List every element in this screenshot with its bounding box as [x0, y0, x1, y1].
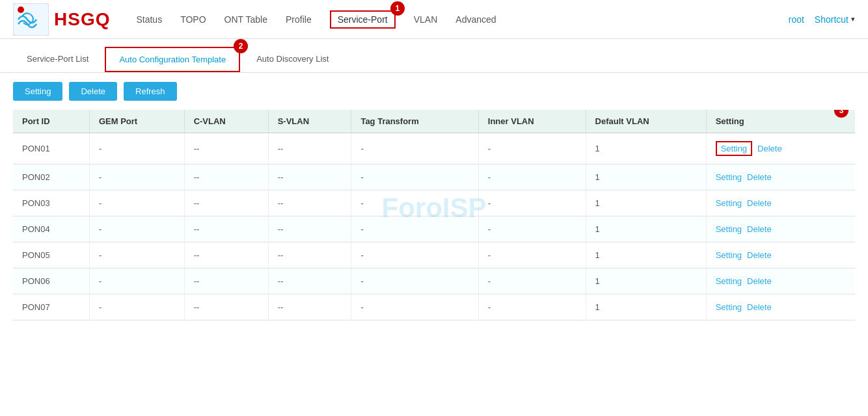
- nav-advanced[interactable]: Advanced: [455, 12, 496, 27]
- cell-tag-transform: -: [351, 164, 478, 190]
- tab-auto-config[interactable]: Auto Configuration Template 2: [105, 47, 240, 72]
- logo-area: HSGQ: [13, 3, 110, 36]
- col-port-id: Port ID: [13, 110, 89, 133]
- delete-button[interactable]: Delete: [69, 82, 117, 101]
- action-setting-link[interactable]: Setting: [716, 198, 742, 208]
- cell-inner-vlan: -: [478, 133, 586, 164]
- cell-default-vlan: 1: [586, 294, 706, 320]
- col-default-vlan: Default VLAN: [586, 110, 706, 133]
- cell-actions: SettingDelete: [706, 133, 855, 164]
- table-row: PON02-------1SettingDelete: [13, 164, 855, 190]
- cell-tag-transform: -: [351, 216, 478, 242]
- table-body: PON01-------1SettingDeletePON02-------1S…: [13, 133, 855, 320]
- action-setting-link[interactable]: Setting: [716, 224, 742, 234]
- col-tag-transform: Tag Transform: [351, 110, 478, 133]
- action-setting-link[interactable]: Setting: [716, 302, 742, 312]
- nav-shortcut[interactable]: Shortcut: [815, 12, 848, 27]
- tabs-bar: Service-Port List Auto Configuration Tem…: [0, 39, 868, 73]
- col-gem-port: GEM Port: [89, 110, 184, 133]
- action-delete-link[interactable]: Delete: [757, 144, 782, 153]
- action-delete-link[interactable]: Delete: [747, 250, 772, 260]
- nav-profile[interactable]: Profile: [286, 12, 312, 27]
- cell-gem-port: -: [89, 164, 184, 190]
- action-setting-link[interactable]: Setting: [716, 141, 752, 156]
- action-delete-link[interactable]: Delete: [747, 224, 772, 234]
- cell-s-vlan: --: [268, 242, 351, 268]
- refresh-button[interactable]: Refresh: [124, 82, 177, 101]
- cell-actions: SettingDelete: [706, 268, 855, 294]
- action-delete-link[interactable]: Delete: [747, 276, 772, 286]
- main-nav: Status TOPO ONT Table Profile Service-Po…: [136, 10, 788, 29]
- cell-c-vlan: --: [184, 190, 268, 216]
- cell-c-vlan: --: [184, 133, 268, 164]
- cell-s-vlan: --: [268, 164, 351, 190]
- cell-c-vlan: --: [184, 216, 268, 242]
- cell-c-vlan: --: [184, 242, 268, 268]
- header: HSGQ Status TOPO ONT Table Profile Servi…: [0, 0, 868, 39]
- cell-default-vlan: 1: [586, 216, 706, 242]
- action-setting-link[interactable]: Setting: [716, 172, 742, 182]
- table-row: PON04-------1SettingDelete: [13, 216, 855, 242]
- cell-tag-transform: -: [351, 190, 478, 216]
- tab-service-port-list[interactable]: Service-Port List: [13, 47, 102, 72]
- logo-text: HSGQ: [54, 9, 110, 30]
- action-setting-link[interactable]: Setting: [716, 250, 742, 260]
- cell-actions: SettingDelete: [706, 242, 855, 268]
- action-delete-link[interactable]: Delete: [747, 198, 772, 208]
- cell-c-vlan: --: [184, 294, 268, 320]
- cell-port-id: PON04: [13, 216, 89, 242]
- cell-tag-transform: -: [351, 268, 478, 294]
- cell-port-id: PON01: [13, 133, 89, 164]
- cell-actions: SettingDelete: [706, 164, 855, 190]
- cell-s-vlan: --: [268, 216, 351, 242]
- tab-auto-discovery[interactable]: Auto Discovery List: [243, 47, 342, 72]
- cell-port-id: PON02: [13, 164, 89, 190]
- action-delete-link[interactable]: Delete: [747, 172, 772, 182]
- cell-inner-vlan: -: [478, 294, 586, 320]
- cell-port-id: PON07: [13, 294, 89, 320]
- col-c-vlan: C-VLAN: [184, 110, 268, 133]
- action-delete-link[interactable]: Delete: [747, 302, 772, 312]
- nav-service-port[interactable]: Service-Port: [330, 10, 396, 29]
- toolbar: Setting Delete Refresh: [0, 73, 868, 110]
- nav-status[interactable]: Status: [136, 12, 162, 27]
- nav-ont-table[interactable]: ONT Table: [224, 12, 267, 27]
- cell-inner-vlan: -: [478, 242, 586, 268]
- cell-inner-vlan: -: [478, 164, 586, 190]
- action-setting-link[interactable]: Setting: [716, 276, 742, 286]
- cell-actions: SettingDelete: [706, 294, 855, 320]
- table-row: PON05-------1SettingDelete: [13, 242, 855, 268]
- nav-right: root Shortcut ▾: [789, 12, 855, 27]
- col-setting: Setting 3: [706, 110, 855, 133]
- table-container: Port ID GEM Port C-VLAN S-VLAN Tag Trans…: [0, 110, 868, 320]
- nav-topo[interactable]: TOPO: [180, 12, 206, 27]
- cell-default-vlan: 1: [586, 190, 706, 216]
- table-row: PON07-------1SettingDelete: [13, 294, 855, 320]
- cell-default-vlan: 1: [586, 164, 706, 190]
- cell-s-vlan: --: [268, 268, 351, 294]
- cell-port-id: PON03: [13, 190, 89, 216]
- nav-vlan[interactable]: VLAN: [414, 12, 438, 27]
- cell-default-vlan: 1: [586, 268, 706, 294]
- table-row: PON01-------1SettingDelete: [13, 133, 855, 164]
- cell-tag-transform: -: [351, 294, 478, 320]
- cell-inner-vlan: -: [478, 216, 586, 242]
- cell-inner-vlan: -: [478, 268, 586, 294]
- badge-3: 3: [834, 110, 848, 118]
- cell-inner-vlan: -: [478, 190, 586, 216]
- cell-gem-port: -: [89, 294, 184, 320]
- cell-gem-port: -: [89, 216, 184, 242]
- cell-s-vlan: --: [268, 133, 351, 164]
- nav-root[interactable]: root: [789, 12, 804, 27]
- cell-default-vlan: 1: [586, 133, 706, 164]
- chevron-down-icon: ▾: [851, 15, 855, 23]
- table-row: PON03-------1SettingDelete: [13, 190, 855, 216]
- cell-tag-transform: -: [351, 242, 478, 268]
- logo-icon: [13, 3, 49, 36]
- badge-1: 1: [390, 1, 405, 16]
- cell-default-vlan: 1: [586, 242, 706, 268]
- cell-actions: SettingDelete: [706, 216, 855, 242]
- cell-gem-port: -: [89, 268, 184, 294]
- setting-button[interactable]: Setting: [13, 82, 62, 101]
- table-header-row: Port ID GEM Port C-VLAN S-VLAN Tag Trans…: [13, 110, 855, 133]
